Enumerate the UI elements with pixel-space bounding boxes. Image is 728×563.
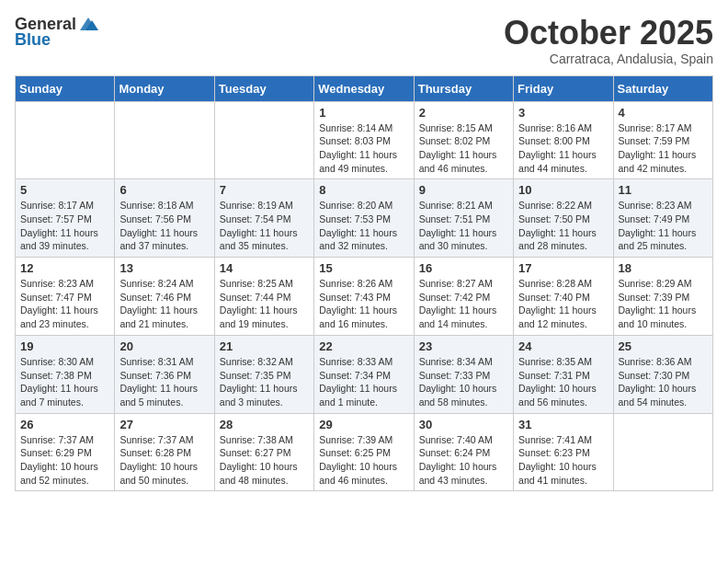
day-number: 19 [20, 339, 109, 353]
day-info-line: and 56 minutes. [518, 396, 608, 409]
day-info-line: Daylight: 11 hours [419, 226, 508, 240]
day-info: Sunrise: 8:26 AMSunset: 7:43 PMDaylight:… [319, 277, 408, 331]
day-info-line: Daylight: 10 hours [518, 460, 608, 474]
day-number: 26 [20, 418, 109, 431]
day-info-line: Sunset: 7:46 PM [119, 291, 209, 304]
calendar-cell: 22Sunrise: 8:33 AMSunset: 7:34 PMDayligh… [314, 335, 414, 413]
day-info-line: Daylight: 11 hours [619, 304, 708, 317]
day-info-line: Sunset: 7:51 PM [419, 213, 508, 226]
day-info-line: Sunset: 7:50 PM [518, 213, 608, 226]
day-number: 7 [220, 183, 309, 197]
day-info-line: Sunrise: 8:25 AM [220, 277, 309, 291]
day-info-line: Sunset: 6:23 PM [518, 446, 608, 460]
calendar-cell: 21Sunrise: 8:32 AMSunset: 7:35 PMDayligh… [214, 335, 313, 413]
day-info-line: Sunrise: 8:19 AM [220, 199, 309, 213]
day-info-line: Sunrise: 8:15 AM [419, 121, 508, 135]
month-title: October 2025 [504, 15, 713, 52]
day-number: 28 [220, 418, 309, 431]
day-info-line: and 49 minutes. [319, 162, 408, 176]
day-info: Sunrise: 8:14 AMSunset: 8:03 PMDaylight:… [319, 121, 408, 176]
day-info-line: Sunset: 7:47 PM [20, 291, 109, 304]
day-info: Sunrise: 8:17 AMSunset: 7:57 PMDaylight:… [20, 199, 109, 253]
day-number: 24 [518, 339, 608, 353]
calendar-cell [115, 101, 214, 179]
day-info-line: Sunset: 7:59 PM [619, 134, 708, 148]
calendar-week-row: 1Sunrise: 8:14 AMSunset: 8:03 PMDaylight… [16, 101, 713, 179]
day-number: 17 [518, 261, 608, 275]
calendar-cell: 19Sunrise: 8:30 AMSunset: 7:38 PMDayligh… [16, 335, 115, 413]
day-info-line: Sunrise: 7:41 AM [518, 433, 608, 447]
day-info: Sunrise: 8:21 AMSunset: 7:51 PMDaylight:… [419, 199, 508, 253]
day-info: Sunrise: 7:38 AMSunset: 6:27 PMDaylight:… [220, 433, 309, 488]
day-info: Sunrise: 8:29 AMSunset: 7:39 PMDaylight:… [619, 277, 708, 331]
calendar-week-row: 12Sunrise: 8:23 AMSunset: 7:47 PMDayligh… [16, 258, 713, 336]
calendar-cell: 11Sunrise: 8:23 AMSunset: 7:49 PMDayligh… [613, 179, 712, 258]
day-info-line: Sunset: 8:00 PM [518, 134, 608, 148]
day-number: 23 [419, 339, 508, 353]
day-number: 5 [20, 183, 109, 197]
day-info-line: Daylight: 11 hours [220, 382, 309, 396]
day-info-line: Sunset: 7:54 PM [220, 213, 309, 226]
day-info: Sunrise: 8:24 AMSunset: 7:46 PMDaylight:… [119, 277, 209, 331]
day-info-line: Sunset: 7:31 PM [518, 369, 608, 383]
day-info-line: Daylight: 11 hours [619, 226, 708, 240]
day-number: 2 [419, 106, 508, 120]
day-info-line: and 54 minutes. [619, 396, 708, 409]
calendar-cell [613, 413, 712, 491]
day-info-line: Sunset: 7:30 PM [619, 369, 708, 383]
day-info-line: and 41 minutes. [518, 474, 608, 488]
day-info-line: Sunset: 7:40 PM [518, 291, 608, 304]
weekday-header-thursday: Thursday [414, 75, 513, 101]
day-info-line: and 35 minutes. [220, 239, 309, 253]
day-info-line: Sunset: 7:49 PM [619, 213, 708, 226]
day-info-line: Sunrise: 8:24 AM [119, 277, 209, 291]
calendar-cell: 4Sunrise: 8:17 AMSunset: 7:59 PMDaylight… [613, 101, 712, 179]
day-info-line: Sunrise: 8:35 AM [518, 355, 608, 369]
day-info-line: and 37 minutes. [119, 239, 209, 253]
calendar-cell: 27Sunrise: 7:37 AMSunset: 6:28 PMDayligh… [115, 413, 214, 491]
day-info-line: Sunrise: 8:16 AM [518, 121, 608, 135]
day-info-line: Sunset: 6:29 PM [20, 446, 109, 460]
day-info: Sunrise: 8:35 AMSunset: 7:31 PMDaylight:… [518, 355, 608, 409]
day-info-line: Sunset: 8:03 PM [319, 134, 408, 148]
day-info-line: and 30 minutes. [419, 239, 508, 253]
day-number: 1 [319, 106, 408, 120]
day-number: 6 [119, 183, 209, 197]
day-info-line: Sunrise: 8:30 AM [20, 355, 109, 369]
day-info-line: Daylight: 11 hours [119, 382, 209, 396]
day-info-line: Sunset: 7:33 PM [419, 369, 508, 383]
day-info-line: Sunset: 7:56 PM [119, 213, 209, 226]
day-info-line: Sunset: 6:28 PM [119, 446, 209, 460]
day-info: Sunrise: 8:25 AMSunset: 7:44 PMDaylight:… [220, 277, 309, 331]
weekday-header-saturday: Saturday [613, 75, 712, 101]
calendar-cell: 28Sunrise: 7:38 AMSunset: 6:27 PMDayligh… [214, 413, 313, 491]
day-info-line: Daylight: 11 hours [319, 148, 408, 162]
day-info-line: Sunrise: 8:33 AM [319, 355, 408, 369]
day-info-line: and 46 minutes. [319, 474, 408, 488]
day-info-line: Daylight: 11 hours [419, 304, 508, 317]
day-number: 4 [619, 106, 708, 120]
weekday-header-sunday: Sunday [16, 75, 115, 101]
weekday-header-monday: Monday [115, 75, 214, 101]
day-number: 15 [319, 261, 408, 275]
calendar-cell: 13Sunrise: 8:24 AMSunset: 7:46 PMDayligh… [115, 258, 214, 336]
day-info-line: and 50 minutes. [119, 474, 209, 488]
day-info-line: and 5 minutes. [119, 396, 209, 409]
day-info: Sunrise: 8:15 AMSunset: 8:02 PMDaylight:… [419, 121, 508, 176]
calendar-cell: 10Sunrise: 8:22 AMSunset: 7:50 PMDayligh… [514, 179, 613, 258]
weekday-header-wednesday: Wednesday [314, 75, 414, 101]
day-info-line: Sunrise: 8:34 AM [419, 355, 508, 369]
calendar-cell: 23Sunrise: 8:34 AMSunset: 7:33 PMDayligh… [414, 335, 513, 413]
day-info-line: and 12 minutes. [518, 317, 608, 331]
day-info-line: Sunset: 6:24 PM [419, 446, 508, 460]
calendar-cell: 8Sunrise: 8:20 AMSunset: 7:53 PMDaylight… [314, 179, 414, 258]
day-info: Sunrise: 8:18 AMSunset: 7:56 PMDaylight:… [119, 199, 209, 253]
day-info-line: Daylight: 11 hours [20, 226, 109, 240]
day-info-line: and 21 minutes. [119, 317, 209, 331]
calendar-cell: 31Sunrise: 7:41 AMSunset: 6:23 PMDayligh… [514, 413, 613, 491]
calendar-cell: 6Sunrise: 8:18 AMSunset: 7:56 PMDaylight… [115, 179, 214, 258]
day-info-line: and 16 minutes. [319, 317, 408, 331]
day-info-line: and 46 minutes. [419, 162, 508, 176]
day-info-line: Sunrise: 8:27 AM [419, 277, 508, 291]
day-info-line: Sunset: 8:02 PM [419, 134, 508, 148]
